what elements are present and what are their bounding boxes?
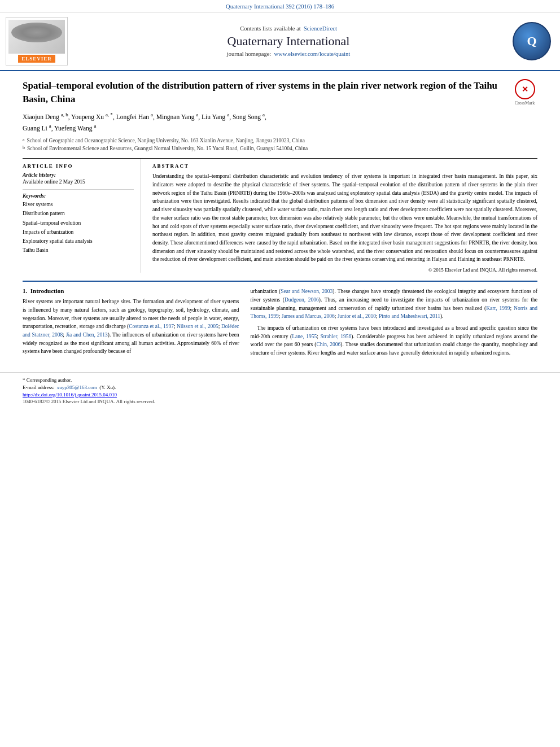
author-2: Youpeng Xu a, *, — [71, 113, 116, 120]
author-3: Longfei Han a, — [116, 113, 156, 120]
crossmark-text: CrossMark — [515, 101, 535, 106]
keyword-6: Taihu Basin — [23, 246, 134, 255]
paper-title: Spatial–temporal evolution of the distri… — [23, 79, 504, 106]
sciencedirect-link[interactable]: ScienceDirect — [304, 25, 337, 32]
author-6: Song Song a, — [233, 113, 266, 120]
section-divider — [23, 281, 537, 282]
author-8: Yuefeng Wang a — [54, 125, 96, 132]
intro-right-text: urbanization (Sear and Newson, 2003). Th… — [251, 287, 537, 357]
ref-junior[interactable]: Junior et al., 2010 — [338, 313, 376, 319]
abstract-text: Understanding the spatial–temporal distr… — [152, 172, 537, 264]
journal-logo-right — [509, 17, 554, 65]
ref-strahler[interactable]: Strahler, 1956 — [321, 334, 352, 339]
ref-karr[interactable]: Karr, 1999 — [486, 305, 510, 311]
ref-dudgeon[interactable]: Dudgeon, 2006 — [285, 297, 319, 303]
homepage-line: journal homepage: www.elsevier.com/locat… — [227, 51, 350, 57]
doi-line: http://dx.doi.org/10.1016/j.quaint.2015.… — [23, 392, 537, 397]
contents-available-line: Contents lists available at ScienceDirec… — [240, 25, 337, 32]
keyword-2: Distribution pattern — [23, 209, 134, 218]
intro-left-text: River systems are important natural heri… — [23, 298, 239, 356]
abstract-column: ABSTRACT Understanding the spatial–tempo… — [152, 159, 537, 273]
ref-jia[interactable]: Jia and Chen, 2013 — [66, 332, 108, 338]
email-link[interactable]: xuyp305@163.com — [57, 385, 97, 390]
elsevier-logo: ELSEVIER — [6, 17, 68, 65]
ref-chin[interactable]: Chin, 2006 — [316, 342, 340, 347]
keyword-3: Spatial–temporal evolution — [23, 219, 134, 228]
crossmark-logo[interactable]: CrossMark — [512, 79, 537, 106]
ref-sear[interactable]: Sear and Newson, 2003 — [281, 289, 333, 294]
issn-line: 1040-6182/© 2015 Elsevier Ltd and INQUA.… — [23, 399, 537, 404]
article-info-label: ARTICLE INFO — [23, 163, 134, 169]
introduction-section: 1. Introduction River systems are import… — [23, 287, 537, 361]
intro-heading: 1. Introduction — [23, 287, 239, 294]
history-label: Article history: — [23, 172, 134, 178]
journal-circle-logo — [513, 22, 551, 60]
page: Quaternary International 392 (2016) 178–… — [0, 0, 560, 747]
two-column-section: ARTICLE INFO Article history: Available … — [23, 158, 537, 273]
elsevier-label: ELSEVIER — [18, 55, 55, 63]
ref-james[interactable]: James and Marcus, 2006 — [282, 313, 335, 319]
paper-title-section: Spatial–temporal evolution of the distri… — [23, 79, 537, 106]
affiliation-b: b School of Environmental Science and Re… — [23, 145, 537, 152]
ref-pinto[interactable]: Pinto and Maheshwari, 2011 — [379, 313, 440, 319]
article-footer: * Corresponding author. E-mail address: … — [0, 372, 560, 409]
keyword-1: River systems — [23, 200, 134, 209]
authors-line: Xiaojun Deng a, b, Youpeng Xu a, *, Long… — [23, 112, 537, 133]
elsevier-tree-graphic — [8, 20, 65, 54]
keywords-list: River systems Distribution pattern Spati… — [23, 200, 134, 255]
doi-link[interactable]: http://dx.doi.org/10.1016/j.quaint.2015.… — [23, 392, 117, 397]
affiliation-a: a School of Geographic and Oceanographic… — [23, 137, 537, 145]
journal-center: Contents lists available at ScienceDirec… — [73, 17, 504, 65]
homepage-link[interactable]: www.elsevier.com/locate/quaint — [274, 51, 351, 57]
affiliations: a School of Geographic and Oceanographic… — [23, 137, 537, 153]
author-7: Guang Li a, — [23, 125, 54, 132]
ref-lane[interactable]: Lane, 1955 — [292, 334, 317, 339]
article-history: Article history: Available online 2 May … — [23, 172, 134, 185]
available-online: Available online 2 May 2015 — [23, 179, 134, 185]
journal-top-bar: Quaternary International 392 (2016) 178–… — [0, 0, 560, 12]
journal-title: Quaternary International — [228, 34, 350, 49]
article-info-column: ARTICLE INFO Article history: Available … — [23, 159, 141, 273]
intro-left-column: 1. Introduction River systems are import… — [23, 287, 239, 361]
ref-nilsson[interactable]: Nilsson et al., 2005 — [177, 324, 218, 329]
journal-citation: Quaternary International 392 (2016) 178–… — [226, 3, 334, 10]
keyword-4: Impacts of urbanization — [23, 228, 134, 237]
keyword-5: Exploratory spatial data analysis — [23, 237, 134, 246]
article-content: Spatial–temporal evolution of the distri… — [0, 71, 560, 366]
author-5: Liu Yang a, — [202, 113, 233, 120]
author-4: Mingnan Yang a, — [156, 113, 202, 120]
abstract-label: ABSTRACT — [152, 163, 537, 169]
author-1: Xiaojun Deng a, b, — [23, 113, 71, 120]
keywords-section: Keywords: River systems Distribution pat… — [23, 193, 134, 255]
intro-right-column: urbanization (Sear and Newson, 2003). Th… — [251, 287, 537, 361]
keywords-label: Keywords: — [23, 193, 134, 199]
journal-header: ELSEVIER Contents lists available at Sci… — [0, 12, 560, 71]
ref-costanza[interactable]: Costanza et al., 1997 — [129, 324, 174, 329]
crossmark-icon — [515, 79, 535, 99]
email-line: E-mail address: xuyp305@163.com (Y. Xu). — [23, 385, 537, 390]
info-divider — [23, 189, 134, 190]
copyright-line: © 2015 Elsevier Ltd and INQUA. All right… — [152, 267, 537, 273]
corresponding-author-note: * Corresponding author. — [23, 377, 537, 383]
